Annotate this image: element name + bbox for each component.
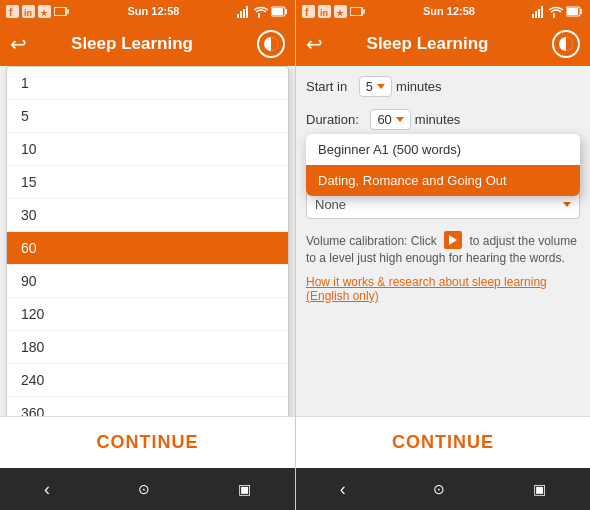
- battery2-icon: [271, 5, 289, 18]
- left-status-icons: f in ★: [6, 5, 70, 18]
- svg-rect-26: [532, 14, 534, 18]
- r-facebook-icon: f: [302, 5, 315, 18]
- svg-rect-30: [553, 13, 555, 18]
- right-continue-bar: CONTINUE: [296, 416, 590, 468]
- right-title: Sleep Learning: [331, 34, 524, 54]
- start-dropdown[interactable]: 5: [359, 76, 392, 97]
- start-in-row: Start in 5 minutes: [306, 76, 580, 97]
- course-tooltip: Beginner A1 (500 words) Dating, Romance …: [306, 134, 580, 196]
- right-screen: f in ★ Sun 12:58 ↩ Sleep Learning: [295, 0, 590, 510]
- right-right-icons: [532, 5, 584, 18]
- social-icon-2: in: [22, 5, 35, 18]
- dropdown-item-10[interactable]: 10: [7, 133, 288, 166]
- svg-rect-25: [351, 8, 361, 15]
- left-back-button[interactable]: ↩: [10, 32, 27, 56]
- svg-rect-32: [580, 9, 582, 14]
- dropdown-item-240[interactable]: 240: [7, 364, 288, 397]
- duration-dropdown[interactable]: 60: [370, 109, 410, 130]
- dropdown-item-360[interactable]: 360: [7, 397, 288, 416]
- start-value: 5: [366, 79, 373, 94]
- right-top-bar: ↩ Sleep Learning: [296, 22, 590, 66]
- left-nav-save[interactable]: ▣: [238, 481, 251, 497]
- volume-label: Volume calibration: Click: [306, 234, 437, 248]
- svg-text:in: in: [24, 8, 32, 18]
- signal-icon: [237, 5, 251, 18]
- svg-rect-17: [302, 5, 315, 18]
- tooltip-option-2[interactable]: Dating, Romance and Going Out: [306, 165, 580, 196]
- duration-value: 60: [377, 112, 391, 127]
- left-nav-back[interactable]: ‹: [44, 479, 50, 500]
- svg-text:★: ★: [336, 8, 344, 18]
- r-social-icon-2: in: [318, 5, 331, 18]
- dropdown-item-15[interactable]: 15: [7, 166, 288, 199]
- svg-rect-9: [237, 14, 239, 18]
- left-bottom-nav: ‹ ⊙ ▣: [0, 468, 295, 510]
- left-nav-home[interactable]: ⊙: [138, 481, 150, 497]
- svg-rect-29: [541, 6, 543, 18]
- right-continue-button[interactable]: CONTINUE: [392, 432, 494, 453]
- left-screen: f in ★ Sun 12:58 ↩ Sleep Learning: [0, 0, 295, 510]
- dropdown-item-5[interactable]: 5: [7, 100, 288, 133]
- start-unit: minutes: [396, 79, 442, 94]
- r-battery-icon: [350, 5, 366, 18]
- svg-rect-8: [55, 8, 65, 15]
- volume-play-button[interactable]: [444, 231, 462, 249]
- left-top-bar: ↩ Sleep Learning: [0, 22, 295, 66]
- right-back-button[interactable]: ↩: [306, 32, 323, 56]
- volume-row: Volume calibration: Click to adjust the …: [306, 231, 580, 267]
- dropdown-item-90[interactable]: 90: [7, 265, 288, 298]
- svg-text:★: ★: [40, 8, 48, 18]
- right-nav-home[interactable]: ⊙: [433, 481, 445, 497]
- background-value: None: [315, 197, 346, 212]
- play-triangle-icon: [449, 235, 457, 245]
- battery-icon: [54, 5, 70, 18]
- bg-dropdown-arrow: [563, 202, 571, 207]
- duration-dropdown-list: 1 5 10 15 30 60 90 120 180 240 360 510: [6, 66, 289, 416]
- right-content: Start in 5 minutes Duration: 60 minutes …: [296, 66, 590, 416]
- facebook-icon: f: [6, 5, 19, 18]
- r-wifi-icon: [549, 5, 563, 18]
- wifi-icon: [254, 5, 268, 18]
- right-bottom-nav: ‹ ⊙ ▣: [296, 468, 590, 510]
- tooltip-option-1[interactable]: Beginner A1 (500 words): [306, 134, 580, 165]
- right-theme-toggle[interactable]: [552, 30, 580, 58]
- svg-rect-10: [240, 11, 242, 18]
- left-theme-toggle[interactable]: [257, 30, 285, 58]
- left-right-icons: [237, 5, 289, 18]
- svg-rect-27: [535, 11, 537, 18]
- right-status-bar: f in ★ Sun 12:58: [296, 0, 590, 22]
- svg-rect-7: [67, 9, 69, 14]
- dropdown-item-1[interactable]: 1: [7, 67, 288, 100]
- dropdown-item-180[interactable]: 180: [7, 331, 288, 364]
- left-content: S D C Going Out B None 1: [0, 66, 295, 416]
- right-status-time: Sun 12:58: [423, 5, 475, 17]
- theme-icon: [264, 37, 278, 51]
- r-social-icon-3: ★: [334, 5, 347, 18]
- duration-unit: minutes: [415, 112, 461, 127]
- right-status-icons: f in ★: [302, 5, 366, 18]
- right-nav-save[interactable]: ▣: [533, 481, 546, 497]
- left-status-bar: f in ★ Sun 12:58: [0, 0, 295, 22]
- left-continue-bar: CONTINUE: [0, 416, 295, 468]
- right-nav-back[interactable]: ‹: [340, 479, 346, 500]
- svg-rect-12: [246, 6, 248, 18]
- svg-rect-0: [6, 5, 19, 18]
- dropdown-item-120[interactable]: 120: [7, 298, 288, 331]
- start-in-label: Start in: [306, 79, 347, 94]
- svg-rect-13: [258, 13, 260, 18]
- svg-rect-11: [243, 9, 245, 18]
- duration-label-right: Duration:: [306, 112, 359, 127]
- learn-more-link[interactable]: How it works & research about sleep lear…: [306, 275, 580, 303]
- svg-rect-24: [363, 9, 365, 14]
- svg-text:in: in: [320, 8, 328, 18]
- left-continue-button[interactable]: CONTINUE: [97, 432, 199, 453]
- duration-row-right: Duration: 60 minutes: [306, 109, 580, 130]
- svg-rect-33: [567, 8, 578, 15]
- duration-dropdown-arrow: [396, 117, 404, 122]
- svg-rect-16: [272, 8, 283, 15]
- dropdown-item-30[interactable]: 30: [7, 199, 288, 232]
- dropdown-item-60[interactable]: 60: [7, 232, 288, 265]
- left-status-time: Sun 12:58: [128, 5, 180, 17]
- social-icon-3: ★: [38, 5, 51, 18]
- left-title: Sleep Learning: [35, 34, 229, 54]
